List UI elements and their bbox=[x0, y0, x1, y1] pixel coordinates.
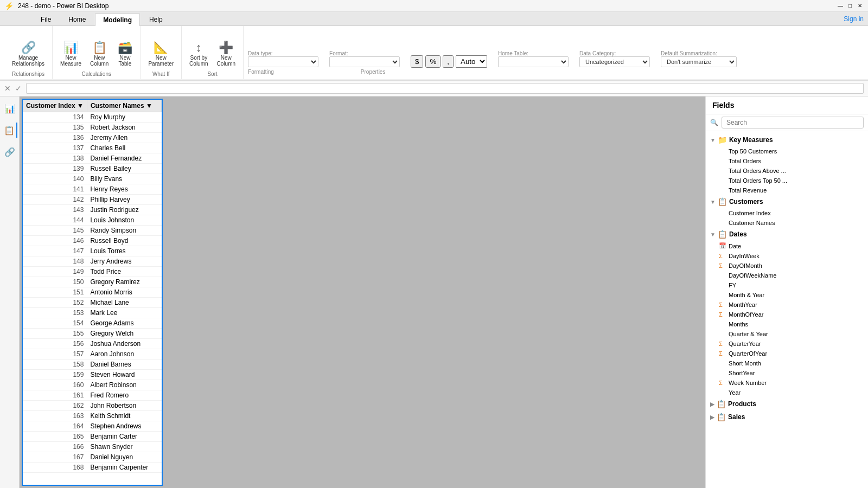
field-item[interactable]: 📅Date bbox=[706, 241, 868, 251]
table-row[interactable]: 163Keith Schmidt bbox=[23, 411, 162, 421]
table-row[interactable]: 137Charles Bell bbox=[23, 143, 162, 153]
table-row[interactable]: 151Antonio Morris bbox=[23, 287, 162, 298]
table-row[interactable]: 157Aaron Johnson bbox=[23, 349, 162, 359]
field-item[interactable]: ΣMonthOfYear bbox=[706, 310, 868, 319]
table-row[interactable]: 165Benjamin Carter bbox=[23, 432, 162, 442]
sign-in-button[interactable]: Sign in bbox=[844, 15, 864, 23]
table-row[interactable]: 158Daniel Barnes bbox=[23, 359, 162, 370]
table-row[interactable]: 168Benjamin Carpenter bbox=[23, 463, 162, 473]
col-customer-names[interactable]: Customer Names ▼ bbox=[87, 100, 161, 112]
field-item[interactable]: ΣWeek Number bbox=[706, 378, 868, 388]
new-parameter-button[interactable]: 📐 NewParameter bbox=[145, 38, 177, 69]
new-table-button[interactable]: 🗃️ NewTable bbox=[114, 38, 136, 69]
new-measure-button[interactable]: 📊 NewMeasure bbox=[57, 38, 85, 69]
tab-home[interactable]: Home bbox=[60, 13, 94, 25]
format-select[interactable] bbox=[329, 56, 400, 67]
home-table-select[interactable] bbox=[498, 56, 569, 67]
field-item[interactable]: Customer Index bbox=[706, 208, 868, 218]
formula-input[interactable] bbox=[26, 83, 864, 94]
table-row[interactable]: 150Gregory Ramirez bbox=[23, 277, 162, 287]
accept-formula-button[interactable]: ✓ bbox=[15, 84, 22, 93]
field-item[interactable]: DayOfWeekName bbox=[706, 271, 868, 280]
fields-section-sales[interactable]: ▶📋Sales bbox=[706, 410, 868, 423]
maximize-button[interactable]: □ bbox=[846, 2, 854, 10]
table-row[interactable]: 160Albert Robinson bbox=[23, 380, 162, 390]
model-view-icon[interactable]: 🔗 bbox=[2, 144, 17, 159]
table-row[interactable]: 136Jeremy Allen bbox=[23, 133, 162, 143]
table-row[interactable]: 141Henry Reyes bbox=[23, 184, 162, 195]
field-item[interactable]: Total Orders bbox=[706, 156, 868, 166]
field-item[interactable]: Month & Year bbox=[706, 290, 868, 300]
table-row[interactable]: 139Russell Bailey bbox=[23, 164, 162, 174]
default-sum-select[interactable]: Don't summarize bbox=[661, 56, 737, 67]
minimize-button[interactable]: — bbox=[837, 2, 844, 10]
field-item[interactable]: Top 50 Customers bbox=[706, 146, 868, 156]
field-item[interactable]: Short Month bbox=[706, 358, 868, 368]
manage-relationships-button[interactable]: 🔗 ManageRelationships bbox=[9, 38, 48, 69]
table-row[interactable]: 152Michael Lane bbox=[23, 298, 162, 308]
field-item[interactable]: Customer Names bbox=[706, 218, 868, 228]
table-row[interactable]: 166Shawn Snyder bbox=[23, 442, 162, 452]
tab-help[interactable]: Help bbox=[141, 13, 171, 25]
data-table[interactable]: Customer Index ▼ Customer Names ▼ 134Roy… bbox=[22, 99, 163, 486]
tab-file[interactable]: File bbox=[33, 13, 59, 25]
fields-section-customers[interactable]: ▼📋Customers bbox=[706, 195, 868, 208]
fields-section-dates[interactable]: ▼📋Dates bbox=[706, 228, 868, 241]
sort-by-column-button[interactable]: ↕️ Sort byColumn bbox=[186, 38, 211, 69]
field-item[interactable]: Year bbox=[706, 388, 868, 397]
comma-button[interactable]: , bbox=[443, 55, 454, 68]
field-item[interactable]: ΣDayOfMonth bbox=[706, 261, 868, 271]
cell-name: Steven Howard bbox=[87, 370, 161, 380]
field-item[interactable]: Total Orders Top 50 ... bbox=[706, 176, 868, 185]
table-row[interactable]: 145Randy Simpson bbox=[23, 226, 162, 236]
table-row[interactable]: 148Jerry Andrews bbox=[23, 256, 162, 267]
field-item[interactable]: Months bbox=[706, 319, 868, 329]
table-row[interactable]: 146Russell Boyd bbox=[23, 236, 162, 246]
report-view-icon[interactable]: 📊 bbox=[2, 101, 17, 116]
fields-search-input[interactable] bbox=[722, 117, 864, 129]
table-row[interactable]: 154George Adams bbox=[23, 318, 162, 329]
cell-name: Stephen Andrews bbox=[87, 421, 161, 432]
percent-button[interactable]: % bbox=[425, 55, 441, 68]
field-item[interactable]: ΣQuarterOfYear bbox=[706, 349, 868, 358]
field-item[interactable]: ShortYear bbox=[706, 368, 868, 378]
field-item[interactable]: Total Orders Above ... bbox=[706, 166, 868, 176]
data-category-select[interactable]: Uncategorized bbox=[579, 56, 650, 67]
cell-name: Justin Rodriguez bbox=[87, 205, 161, 215]
table-row[interactable]: 164Stephen Andrews bbox=[23, 421, 162, 432]
col-customer-index[interactable]: Customer Index ▼ bbox=[23, 100, 87, 112]
field-item[interactable]: Total Revenue bbox=[706, 185, 868, 195]
table-row[interactable]: 143Justin Rodriguez bbox=[23, 205, 162, 215]
field-item[interactable]: Quarter & Year bbox=[706, 329, 868, 339]
table-row[interactable]: 140Billy Evans bbox=[23, 174, 162, 184]
fields-section-products[interactable]: ▶📋Products bbox=[706, 397, 868, 410]
field-item[interactable]: ΣDayInWeek bbox=[706, 251, 868, 261]
data-view-icon[interactable]: 📋 bbox=[2, 123, 17, 138]
new-column-sort-button[interactable]: ➕ NewColumn bbox=[214, 38, 239, 69]
table-row[interactable]: 159Steven Howard bbox=[23, 370, 162, 380]
table-row[interactable]: 142Phillip Harvey bbox=[23, 195, 162, 205]
close-button[interactable]: ✕ bbox=[856, 2, 864, 10]
table-row[interactable]: 162John Robertson bbox=[23, 401, 162, 411]
cancel-formula-button[interactable]: ✕ bbox=[4, 84, 11, 93]
field-item[interactable]: ΣQuarterYear bbox=[706, 339, 868, 349]
table-row[interactable]: 161Fred Romero bbox=[23, 390, 162, 401]
table-row[interactable]: 167Daniel Nguyen bbox=[23, 452, 162, 463]
table-row[interactable]: 147Louis Torres bbox=[23, 246, 162, 256]
dollar-button[interactable]: $ bbox=[411, 55, 423, 68]
tab-modeling[interactable]: Modeling bbox=[95, 14, 140, 26]
table-row[interactable]: 149Todd Price bbox=[23, 267, 162, 277]
table-row[interactable]: 144Louis Johnston bbox=[23, 215, 162, 226]
fields-section-key-measures[interactable]: ▼📁Key Measures bbox=[706, 133, 868, 146]
table-row[interactable]: 153Mark Lee bbox=[23, 308, 162, 318]
data-type-select[interactable] bbox=[248, 56, 318, 67]
table-row[interactable]: 155Gregory Welch bbox=[23, 329, 162, 339]
new-column-button[interactable]: 📋 NewColumn bbox=[87, 38, 112, 69]
field-item[interactable]: FY bbox=[706, 280, 868, 290]
field-item[interactable]: ΣMonthYear bbox=[706, 300, 868, 310]
table-row[interactable]: 134Roy Murphy bbox=[23, 112, 162, 123]
table-row[interactable]: 138Daniel Fernandez bbox=[23, 153, 162, 164]
table-row[interactable]: 156Joshua Anderson bbox=[23, 339, 162, 349]
auto-select[interactable]: Auto bbox=[456, 55, 487, 68]
table-row[interactable]: 135Robert Jackson bbox=[23, 123, 162, 133]
